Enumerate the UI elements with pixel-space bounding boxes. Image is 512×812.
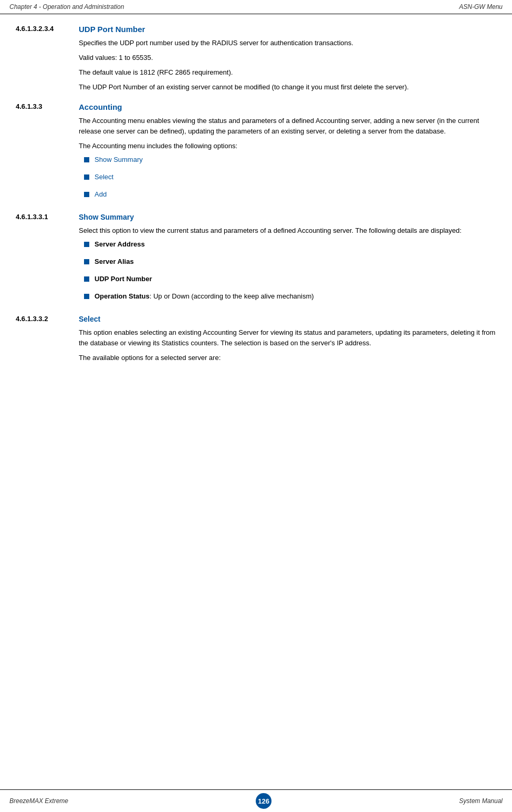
section-461331: 4.6.1.3.3.1 Show Summary Select this opt…: [16, 213, 496, 310]
para-461332-1: The available options for a selected ser…: [79, 353, 496, 363]
section-title-46133: Accounting: [79, 102, 496, 111]
bullet-text-add[interactable]: Add: [95, 190, 107, 198]
bullet-term-operation-status: Operation Status: [95, 292, 150, 300]
bullet-square-icon: [84, 174, 89, 180]
section-4613234: 4.6.1.3.2.3.4 UDP Port Number Specifies …: [16, 25, 496, 97]
section-title-461332: Select: [79, 315, 496, 323]
footer-page-number: 126: [256, 793, 271, 809]
bullet-text-server-address: Server Address: [95, 240, 145, 248]
bullet-server-alias: Server Alias: [79, 258, 496, 265]
bullet-square-icon: [84, 259, 89, 264]
bullet-square-icon: [84, 192, 89, 197]
section-num-46133: 4.6.1.3.3: [16, 102, 79, 208]
header-right: ASN-GW Menu: [459, 3, 503, 11]
section-num-4613234: 4.6.1.3.2.3.4: [16, 25, 79, 97]
para-4613234-2: The default value is 1812 (RFC 2865 requ…: [79, 67, 496, 78]
section-title-col-461332: Select This option enables selecting an …: [79, 315, 496, 367]
section-461332: 4.6.1.3.3.2 Select This option enables s…: [16, 315, 496, 367]
bullet-text-udp-port: UDP Port Number: [95, 275, 152, 283]
bullet-square-icon: [84, 294, 89, 299]
bullet-show-summary: Show Summary: [79, 156, 496, 163]
para-4613234-0: Specifies the UDP port number used by th…: [79, 38, 496, 48]
section-num-461332: 4.6.1.3.3.2: [16, 315, 79, 367]
section-title-4613234: UDP Port Number: [79, 25, 496, 34]
bullet-select: Select: [79, 173, 496, 181]
para-46133-1: The Accounting menu includes the followi…: [79, 141, 496, 151]
bullet-list-461331: Server Address Server Alias UDP Port Num…: [79, 240, 496, 300]
page-header: Chapter 4 - Operation and Administration…: [0, 0, 512, 14]
page-footer: BreezeMAX Extreme 126 System Manual: [0, 789, 512, 812]
bullet-square-icon: [84, 157, 89, 162]
bullet-udp-port-number: UDP Port Number: [79, 275, 496, 283]
para-461331-0: Select this option to view the current s…: [79, 225, 496, 236]
bullet-list-46133: Show Summary Select Add: [79, 156, 496, 198]
section-title-col-461331: Show Summary Select this option to view …: [79, 213, 496, 310]
bullet-square-icon: [84, 242, 89, 247]
header-left: Chapter 4 - Operation and Administration: [9, 3, 124, 11]
bullet-operation-status: Operation Status: Up or Down (according …: [79, 292, 496, 300]
section-title-col-4613234: UDP Port Number Specifies the UDP port n…: [79, 25, 496, 97]
para-461332-0: This option enables selecting an existin…: [79, 327, 496, 348]
bullet-suffix-operation-status: : Up or Down (according to the keep aliv…: [150, 292, 314, 300]
section-num-461331: 4.6.1.3.3.1: [16, 213, 79, 310]
bullet-server-address: Server Address: [79, 240, 496, 248]
bullet-square-icon: [84, 276, 89, 282]
section-title-461331: Show Summary: [79, 213, 496, 221]
bullet-text-operation-status: Operation Status: Up or Down (according …: [95, 292, 314, 300]
para-4613234-3: The UDP Port Number of an existing serve…: [79, 82, 496, 92]
footer-right: System Manual: [459, 797, 503, 805]
bullet-add: Add: [79, 190, 496, 198]
page-content: 4.6.1.3.2.3.4 UDP Port Number Specifies …: [0, 14, 512, 415]
bullet-text-server-alias: Server Alias: [95, 258, 134, 265]
section-46133: 4.6.1.3.3 Accounting The Accounting menu…: [16, 102, 496, 208]
section-title-col-46133: Accounting The Accounting menu enables v…: [79, 102, 496, 208]
para-46133-0: The Accounting menu enables viewing the …: [79, 116, 496, 137]
para-4613234-1: Valid values: 1 to 65535.: [79, 53, 496, 63]
footer-left: BreezeMAX Extreme: [9, 797, 68, 805]
bullet-text-show-summary[interactable]: Show Summary: [95, 156, 143, 163]
bullet-text-select[interactable]: Select: [95, 173, 113, 181]
